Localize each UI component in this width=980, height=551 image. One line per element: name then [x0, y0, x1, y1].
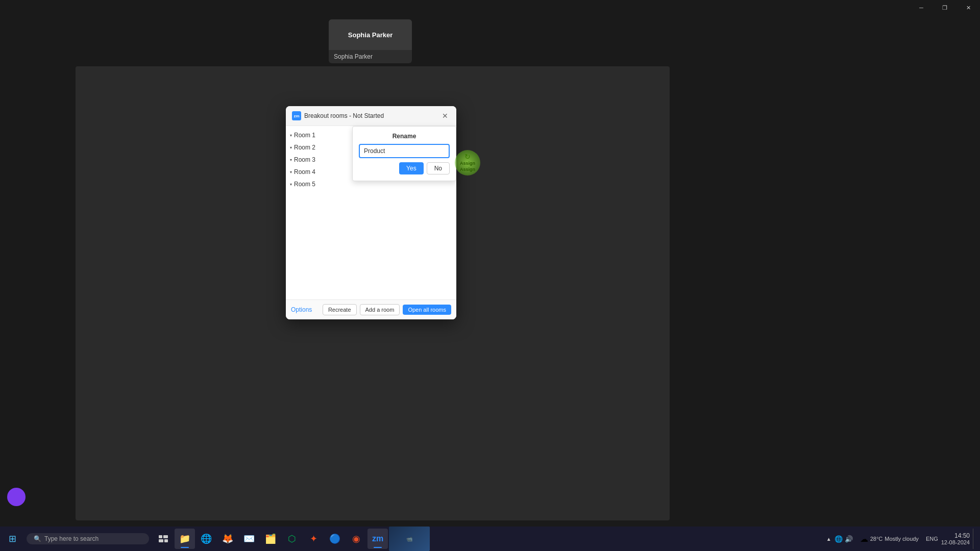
close-button[interactable]: ✕ — [957, 0, 980, 15]
rooms-panel: ▾ Room 1 ▾ Room 2 ▾ Room 3 ▾ Room 4 ▾ Ro… — [286, 126, 352, 299]
network-icon[interactable]: 🌐 — [835, 535, 843, 543]
system-tray-expand[interactable]: ▲ — [826, 536, 831, 542]
volume-icon[interactable]: 🔊 — [845, 535, 853, 543]
mail-button[interactable]: ✉️ — [239, 529, 259, 549]
weather-temp: 28°C — [870, 536, 883, 542]
show-desktop-button[interactable] — [973, 529, 976, 549]
svg-rect-2 — [159, 539, 163, 542]
chevron-icon: ▾ — [290, 158, 292, 162]
dialog-title: Breakout rooms - Not Started — [304, 112, 440, 119]
rename-buttons: Yes No — [359, 162, 450, 174]
language-badge[interactable]: ENG — [926, 536, 938, 542]
taskbar-right: ▲ 🌐 🔊 ☁ 28°C Mostly cloudy ENG 14:50 12-… — [826, 529, 980, 549]
taskbar-search[interactable]: 🔍 Type here to search — [27, 533, 149, 544]
clock-time: 14:50 — [941, 532, 970, 539]
minimize-button[interactable]: ─ — [910, 0, 933, 15]
room-item-5[interactable]: ▾ Room 5 — [286, 178, 352, 190]
start-button[interactable]: ⊞ — [0, 527, 24, 551]
rename-yes-button[interactable]: Yes — [399, 162, 424, 174]
weather-icon: ☁ — [860, 534, 868, 544]
room-name: Room 5 — [294, 181, 315, 188]
avatar — [7, 488, 26, 506]
weather-condition: Mostly cloudy — [885, 536, 919, 542]
room-name: Room 3 — [294, 156, 315, 163]
search-placeholder: Type here to search — [44, 535, 99, 542]
open-all-rooms-button[interactable]: Open all rooms — [403, 305, 451, 315]
rename-popup: Rename Yes No ↻ Assign Assign — [352, 126, 456, 181]
room-name: Room 4 — [294, 168, 315, 176]
room-item-4[interactable]: ▾ Room 4 — [286, 166, 352, 178]
weather-widget[interactable]: ☁ 28°C Mostly cloudy — [856, 532, 923, 546]
taskbar-clock[interactable]: 14:50 12-08-2024 — [941, 532, 970, 545]
assign-text-2: Assign — [460, 167, 475, 173]
dialog-footer: Options Recreate Add a room Open all roo… — [286, 299, 456, 319]
windows-logo-icon: ⊞ — [9, 533, 16, 544]
chrome-button[interactable]: 🔵 — [325, 529, 345, 549]
dialog-close-button[interactable]: ✕ — [440, 111, 450, 120]
chevron-icon: ▾ — [290, 182, 292, 187]
add-room-button[interactable]: Add a room — [360, 304, 400, 315]
rename-no-button[interactable]: No — [427, 162, 450, 174]
app-button-1[interactable]: 🗂️ — [260, 529, 281, 549]
zoom-logo: zm — [292, 111, 301, 120]
assign-animation-circle: ↻ Assign Assign — [455, 150, 480, 176]
chevron-icon: ▾ — [290, 145, 292, 150]
zoom-logo-text: zm — [293, 114, 299, 118]
room-item-3[interactable]: ▾ Room 3 — [286, 154, 352, 166]
options-button[interactable]: Options — [291, 306, 312, 313]
svg-rect-3 — [164, 539, 168, 542]
taskbar-thumbnail[interactable]: 📹 — [389, 527, 430, 551]
design-app-button[interactable]: ✦ — [303, 529, 324, 549]
svg-rect-1 — [163, 535, 168, 538]
svg-rect-0 — [159, 535, 162, 538]
participant-title: Sophia Parker — [348, 31, 393, 39]
dialog-body: ▾ Room 1 ▾ Room 2 ▾ Room 3 ▾ Room 4 ▾ Ro… — [286, 126, 456, 299]
participant-card: Sophia Parker Sophia Parker — [329, 19, 412, 63]
room-item-1[interactable]: ▾ Room 1 — [286, 129, 352, 141]
task-view-button[interactable] — [153, 529, 174, 549]
taskbar: ⊞ 🔍 Type here to search 📁 🌐 🦊 — [0, 527, 980, 551]
room-item-2[interactable]: ▾ Room 2 — [286, 141, 352, 154]
browser-button[interactable]: 🦊 — [217, 529, 238, 549]
room-name: Room 2 — [294, 144, 315, 151]
chevron-icon: ▾ — [290, 170, 292, 174]
search-icon: 🔍 — [34, 535, 41, 542]
dialog-header: zm Breakout rooms - Not Started ✕ — [286, 106, 456, 126]
title-bar: ─ ❐ ✕ — [910, 0, 980, 15]
breakout-rooms-dialog: zm Breakout rooms - Not Started ✕ ▾ Room… — [286, 106, 456, 319]
room-name: Room 1 — [294, 132, 315, 139]
rename-label: Rename — [359, 133, 450, 140]
thumbnail-preview: 📹 — [389, 527, 430, 551]
system-tray-icons: 🌐 🔊 — [835, 535, 853, 543]
restore-button[interactable]: ❐ — [933, 0, 957, 15]
browser-button-2[interactable]: ◉ — [346, 529, 366, 549]
edge-browser-button[interactable]: 🌐 — [196, 529, 216, 549]
zoom-app-button[interactable]: zm — [368, 529, 388, 549]
assign-arrow-icon: ↻ — [464, 153, 471, 161]
recreate-button[interactable]: Recreate — [323, 304, 357, 315]
assign-text-1: Assign — [460, 161, 475, 167]
participant-name: Sophia Parker — [329, 50, 412, 63]
participant-card-header: Sophia Parker — [329, 19, 412, 50]
rename-input[interactable] — [359, 144, 450, 158]
app-button-2[interactable]: ⬡ — [282, 529, 302, 549]
file-explorer-button[interactable]: 📁 — [175, 529, 195, 549]
taskbar-app-icons: 📁 🌐 🦊 ✉️ 🗂️ ⬡ ✦ 🔵 ◉ — [153, 527, 430, 551]
chevron-icon: ▾ — [290, 133, 292, 138]
clock-date: 12-08-2024 — [941, 539, 970, 545]
